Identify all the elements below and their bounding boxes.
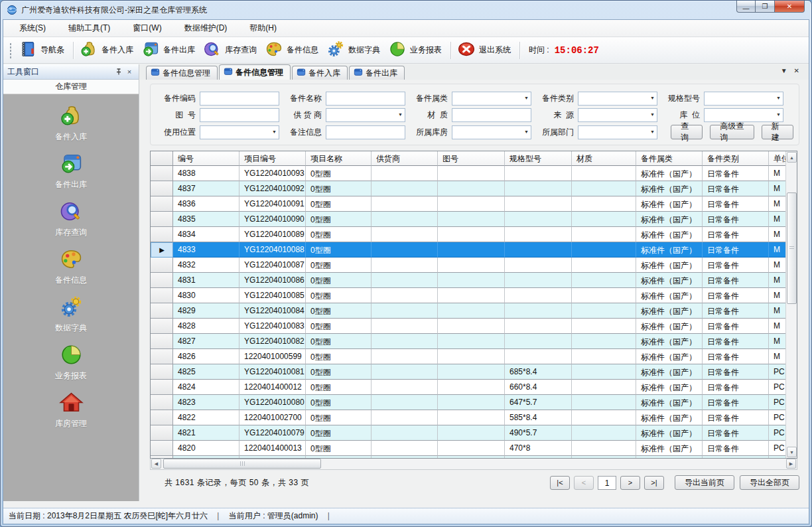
search-input-备注信息[interactable] [326,125,405,139]
table-row[interactable]: 4823YG122040100800型圈647*5.7标准件（国产）日常备件PC [151,395,785,410]
row-selector-cell[interactable] [151,395,173,410]
first-page-button[interactable]: |< [550,476,570,490]
title-bar[interactable]: 广州爱奇迪软件科技有限公司-深田之星仓库管理系统 — ❐ ✕ [1,1,811,19]
close-button[interactable]: ✕ [775,1,805,13]
tab-close-icon[interactable]: ✕ [794,67,799,74]
table-row[interactable]: 4829YG122040100840型圈标准件（国产）日常备件M [151,303,785,319]
table-row[interactable]: 4831YG122040100860型圈标准件（国产）日常备件M [151,273,785,288]
search-input-材质[interactable] [452,108,531,122]
menu-item-0[interactable]: 系统(S) [13,21,52,36]
vertical-scroll-thumb[interactable] [787,192,797,304]
export-current-page-button[interactable]: 导出当前页 [675,475,734,490]
row-selector-cell[interactable] [151,212,173,227]
table-row[interactable]: 4827YG122040100820型圈标准件（国产）日常备件M [151,334,785,349]
row-selector-cell[interactable] [151,303,173,319]
search-select-使用位置[interactable] [200,125,279,139]
sidebar-item-parts-inbound[interactable]: 备件入库 [3,104,139,143]
row-selector-cell[interactable] [151,319,173,334]
row-selector-cell[interactable] [151,166,173,181]
search-select-供货商[interactable] [326,108,405,122]
table-row[interactable]: 4835YG122040100900型圈标准件（国产）日常备件M [151,212,785,227]
column-header-3[interactable]: 供货商 [372,151,438,166]
sidebar-item-parts-outbound[interactable]: 备件出库 [3,151,139,190]
sidebar-item-business-report[interactable]: 业务报表 [3,342,139,382]
row-selector-cell[interactable] [151,425,173,441]
table-row[interactable]: 4825YG122040100810型圈685*8.4标准件（国产）日常备件PC [151,364,785,380]
toolbar-parts-info[interactable]: 备件信息 [262,38,324,62]
search-input-备件编码[interactable] [200,92,279,106]
horizontal-scrollbar[interactable]: ◀ ▶ [150,459,797,470]
sidebar-group-warehouse[interactable]: 仓库管理 [3,80,139,94]
toolbar-inventory-search[interactable]: 库存查询 [200,38,262,62]
search-select-规格型号[interactable] [704,92,783,106]
row-selector-cell[interactable] [151,380,173,395]
column-header-4[interactable]: 图号 [438,151,505,166]
table-row[interactable]: 4828YG122040100830型圈标准件（国产）日常备件M [151,319,785,334]
next-page-button[interactable]: > [620,476,640,490]
query-button[interactable]: 查询 [671,125,703,139]
search-select-来源[interactable] [578,108,657,122]
search-select-所属库房[interactable] [452,125,531,139]
toolbar-data-dictionary[interactable]: 数据字典 [324,38,385,62]
menu-item-3[interactable]: 数据维护(D) [178,21,234,36]
table-row[interactable]: 4837YG122040100920型圈标准件（国产）日常备件M [151,181,785,196]
table-row[interactable]: 482412204014000120型圈660*8.4标准件（国产）日常备件PC [151,380,785,395]
search-input-图号[interactable] [200,108,279,122]
scroll-up-icon[interactable]: ▲ [787,152,797,163]
column-header-1[interactable]: 项目编号 [239,151,306,166]
sidebar-item-inventory-search[interactable]: 库存查询 [3,199,139,238]
scroll-left-icon[interactable]: ◀ [151,459,161,469]
row-selector-cell[interactable] [151,456,173,458]
tab-1-active[interactable]: 备件信息管理 [219,64,291,80]
toolbar-exit-system[interactable]: 退出系统 [454,38,516,62]
row-selector-cell[interactable] [151,334,173,349]
search-select-库位[interactable] [704,108,783,122]
scroll-down-icon[interactable]: ▼ [787,447,797,457]
row-selector-cell[interactable] [151,227,173,242]
row-selector-cell[interactable] [151,273,173,288]
row-selector-cell[interactable] [151,288,173,303]
row-selector-cell[interactable] [151,196,173,212]
tab-list-dropdown-icon[interactable]: ▼ [781,67,787,74]
search-select-所属部门[interactable] [578,125,657,139]
table-row[interactable]: 4830YG122040100850型圈标准件（国产）日常备件M [151,288,785,303]
sidebar-item-warehouse-house[interactable]: 库房管理 [3,390,139,429]
toolbar-business-report[interactable]: 业务报表 [385,38,447,62]
page-number-input[interactable]: 1 [598,476,616,490]
row-selector-cell[interactable] [151,258,173,273]
tab-3[interactable]: 备件出库 [349,66,405,80]
row-selector-cell[interactable]: ▶ [151,242,173,258]
close-icon[interactable]: × [124,67,135,77]
table-row[interactable]: 4821YG122040100790型圈490*5.7标准件（国产）日常备件PC [151,425,785,441]
export-all-pages-button[interactable]: 导出全部页 [740,475,799,490]
prev-page-button[interactable]: < [574,476,594,490]
advanced-query-button[interactable]: 高级查询 [710,125,754,139]
minimize-button[interactable]: — [736,1,756,13]
horizontal-scroll-thumb[interactable] [163,459,321,469]
column-header-5[interactable]: 规格型号 [505,151,572,166]
table-row[interactable]: 482612204010005990型圈标准件（国产）日常备件M [151,349,785,364]
vertical-scrollbar[interactable]: ▲ ▼ [785,151,797,458]
row-selector-cell[interactable] [151,410,173,425]
table-row[interactable]: 4836YG122040100910型圈标准件（国产）日常备件M [151,196,785,212]
row-selector-cell[interactable] [151,181,173,196]
row-selector-cell[interactable] [151,349,173,364]
table-row[interactable]: 482012204014000130型圈470*8标准件（国产）日常备件PC [151,441,785,456]
sidebar-item-parts-info[interactable]: 备件信息 [3,247,139,286]
table-row[interactable]: 0型圈标准件（国产）日常备件 [151,456,785,458]
table-row[interactable]: 4834YG122040100890型圈标准件（国产）日常备件M [151,227,785,242]
column-header-8[interactable]: 备件类别 [703,151,769,166]
row-selector-header[interactable] [151,151,173,166]
maximize-button[interactable]: ❐ [756,1,775,13]
row-selector-cell[interactable] [151,441,173,456]
toolbar-drag-handle[interactable] [9,42,13,59]
toolbar-parts-inbound[interactable]: 备件入库 [77,38,139,62]
table-row[interactable]: 4838YG122040100930型圈标准件（国产）日常备件M [151,166,785,181]
tab-2[interactable]: 备件入库 [292,66,348,80]
column-header-7[interactable]: 备件属类 [636,151,703,166]
new-button[interactable]: 新建 [762,125,793,139]
row-selector-cell[interactable] [151,364,173,380]
toolbar-parts-outbound[interactable]: 备件出库 [139,38,200,62]
column-header-0[interactable]: 编号 [173,151,239,166]
search-input-备件名称[interactable] [326,92,405,106]
